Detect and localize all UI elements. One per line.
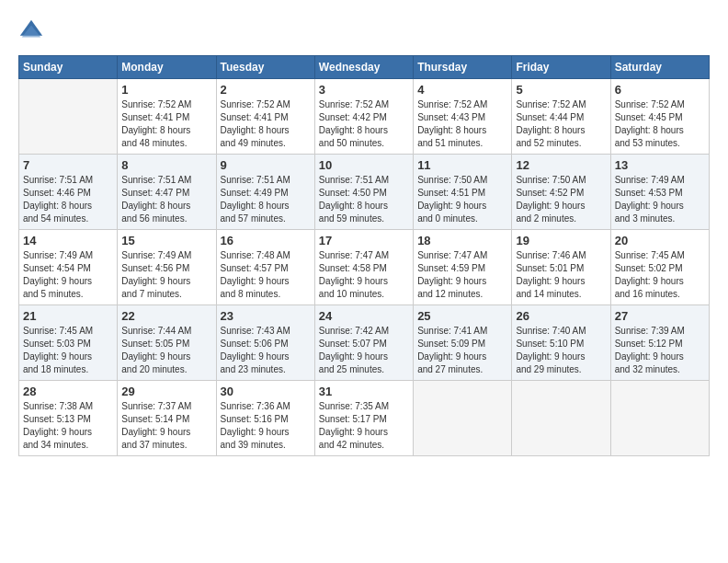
day-number: 9 <box>221 158 311 172</box>
day-info: Sunrise: 7:52 AM Sunset: 4:42 PM Dayligh… <box>319 98 409 150</box>
day-info: Sunrise: 7:45 AM Sunset: 5:03 PM Dayligh… <box>23 325 113 376</box>
day-number: 10 <box>319 158 409 172</box>
day-info: Sunrise: 7:50 AM Sunset: 4:51 PM Dayligh… <box>417 174 507 225</box>
day-cell: 6Sunrise: 7:52 AM Sunset: 4:45 PM Daylig… <box>610 79 709 155</box>
day-info: Sunrise: 7:51 AM Sunset: 4:46 PM Dayligh… <box>23 174 113 225</box>
calendar-table: SundayMondayTuesdayWednesdayThursdayFrid… <box>18 55 710 456</box>
day-info: Sunrise: 7:38 AM Sunset: 5:13 PM Dayligh… <box>23 400 113 452</box>
day-number: 24 <box>319 309 409 323</box>
day-info: Sunrise: 7:49 AM Sunset: 4:56 PM Dayligh… <box>121 249 211 301</box>
day-number: 18 <box>417 234 507 247</box>
day-number: 13 <box>615 158 705 172</box>
week-row-3: 14Sunrise: 7:49 AM Sunset: 4:54 PM Dayli… <box>19 230 710 305</box>
header-row: SundayMondayTuesdayWednesdayThursdayFrid… <box>19 56 710 79</box>
day-info: Sunrise: 7:35 AM Sunset: 5:17 PM Dayligh… <box>319 400 409 452</box>
col-header-sunday: Sunday <box>19 56 118 79</box>
day-cell: 10Sunrise: 7:51 AM Sunset: 4:50 PM Dayli… <box>314 155 413 230</box>
day-info: Sunrise: 7:43 AM Sunset: 5:06 PM Dayligh… <box>221 325 311 376</box>
day-cell: 11Sunrise: 7:50 AM Sunset: 4:51 PM Dayli… <box>414 155 512 230</box>
day-number: 4 <box>417 83 507 97</box>
col-header-monday: Monday <box>118 56 216 79</box>
day-number: 22 <box>121 309 211 323</box>
header <box>18 18 710 44</box>
page: SundayMondayTuesdayWednesdayThursdayFrid… <box>0 0 728 563</box>
day-number: 31 <box>319 385 409 398</box>
day-info: Sunrise: 7:52 AM Sunset: 4:41 PM Dayligh… <box>221 98 311 150</box>
day-cell <box>512 381 610 456</box>
day-info: Sunrise: 7:49 AM Sunset: 4:53 PM Dayligh… <box>615 174 705 225</box>
day-number: 1 <box>121 83 211 97</box>
day-cell: 29Sunrise: 7:37 AM Sunset: 5:14 PM Dayli… <box>118 381 216 456</box>
day-number: 2 <box>221 83 311 97</box>
day-cell <box>414 381 512 456</box>
day-number: 6 <box>615 83 705 97</box>
day-cell: 28Sunrise: 7:38 AM Sunset: 5:13 PM Dayli… <box>19 381 118 456</box>
day-cell: 20Sunrise: 7:45 AM Sunset: 5:02 PM Dayli… <box>610 230 709 305</box>
day-number: 21 <box>23 309 113 323</box>
day-cell: 31Sunrise: 7:35 AM Sunset: 5:17 PM Dayli… <box>314 381 413 456</box>
day-info: Sunrise: 7:52 AM Sunset: 4:45 PM Dayligh… <box>615 98 705 150</box>
day-info: Sunrise: 7:39 AM Sunset: 5:12 PM Dayligh… <box>615 325 705 376</box>
day-number: 14 <box>23 234 113 247</box>
day-number: 11 <box>417 158 507 172</box>
day-cell: 27Sunrise: 7:39 AM Sunset: 5:12 PM Dayli… <box>610 305 709 381</box>
day-info: Sunrise: 7:42 AM Sunset: 5:07 PM Dayligh… <box>319 325 409 376</box>
day-info: Sunrise: 7:49 AM Sunset: 4:54 PM Dayligh… <box>23 249 113 301</box>
day-cell: 5Sunrise: 7:52 AM Sunset: 4:44 PM Daylig… <box>512 79 610 155</box>
day-cell <box>19 79 118 155</box>
day-number: 29 <box>121 385 211 398</box>
day-cell: 16Sunrise: 7:48 AM Sunset: 4:57 PM Dayli… <box>216 230 314 305</box>
col-header-saturday: Saturday <box>610 56 709 79</box>
day-number: 7 <box>23 158 113 172</box>
col-header-tuesday: Tuesday <box>216 56 314 79</box>
day-cell: 25Sunrise: 7:41 AM Sunset: 5:09 PM Dayli… <box>414 305 512 381</box>
day-cell: 19Sunrise: 7:46 AM Sunset: 5:01 PM Dayli… <box>512 230 610 305</box>
day-number: 28 <box>23 385 113 398</box>
day-info: Sunrise: 7:46 AM Sunset: 5:01 PM Dayligh… <box>516 249 606 301</box>
day-info: Sunrise: 7:48 AM Sunset: 4:57 PM Dayligh… <box>221 249 311 301</box>
day-info: Sunrise: 7:36 AM Sunset: 5:16 PM Dayligh… <box>221 400 311 452</box>
day-cell <box>610 381 709 456</box>
day-cell: 7Sunrise: 7:51 AM Sunset: 4:46 PM Daylig… <box>19 155 118 230</box>
day-number: 16 <box>221 234 311 247</box>
day-info: Sunrise: 7:51 AM Sunset: 4:50 PM Dayligh… <box>319 174 409 225</box>
day-cell: 1Sunrise: 7:52 AM Sunset: 4:41 PM Daylig… <box>118 79 216 155</box>
day-number: 8 <box>121 158 211 172</box>
week-row-2: 7Sunrise: 7:51 AM Sunset: 4:46 PM Daylig… <box>19 155 710 230</box>
day-cell: 23Sunrise: 7:43 AM Sunset: 5:06 PM Dayli… <box>216 305 314 381</box>
week-row-5: 28Sunrise: 7:38 AM Sunset: 5:13 PM Dayli… <box>19 381 710 456</box>
week-row-1: 1Sunrise: 7:52 AM Sunset: 4:41 PM Daylig… <box>19 79 710 155</box>
day-info: Sunrise: 7:52 AM Sunset: 4:44 PM Dayligh… <box>516 98 606 150</box>
day-number: 30 <box>221 385 311 398</box>
col-header-friday: Friday <box>512 56 610 79</box>
day-info: Sunrise: 7:50 AM Sunset: 4:52 PM Dayligh… <box>516 174 606 225</box>
day-info: Sunrise: 7:47 AM Sunset: 4:59 PM Dayligh… <box>417 249 507 301</box>
day-cell: 12Sunrise: 7:50 AM Sunset: 4:52 PM Dayli… <box>512 155 610 230</box>
day-cell: 26Sunrise: 7:40 AM Sunset: 5:10 PM Dayli… <box>512 305 610 381</box>
day-info: Sunrise: 7:40 AM Sunset: 5:10 PM Dayligh… <box>516 325 606 376</box>
day-cell: 3Sunrise: 7:52 AM Sunset: 4:42 PM Daylig… <box>314 79 413 155</box>
day-number: 19 <box>516 234 606 247</box>
day-cell: 21Sunrise: 7:45 AM Sunset: 5:03 PM Dayli… <box>19 305 118 381</box>
day-number: 5 <box>516 83 606 97</box>
day-cell: 30Sunrise: 7:36 AM Sunset: 5:16 PM Dayli… <box>216 381 314 456</box>
day-number: 25 <box>417 309 507 323</box>
day-cell: 9Sunrise: 7:51 AM Sunset: 4:49 PM Daylig… <box>216 155 314 230</box>
day-cell: 18Sunrise: 7:47 AM Sunset: 4:59 PM Dayli… <box>414 230 512 305</box>
day-cell: 8Sunrise: 7:51 AM Sunset: 4:47 PM Daylig… <box>118 155 216 230</box>
col-header-wednesday: Wednesday <box>314 56 413 79</box>
day-number: 12 <box>516 158 606 172</box>
day-cell: 14Sunrise: 7:49 AM Sunset: 4:54 PM Dayli… <box>19 230 118 305</box>
day-info: Sunrise: 7:51 AM Sunset: 4:49 PM Dayligh… <box>221 174 311 225</box>
logo-icon <box>18 18 44 44</box>
day-info: Sunrise: 7:51 AM Sunset: 4:47 PM Dayligh… <box>121 174 211 225</box>
day-info: Sunrise: 7:37 AM Sunset: 5:14 PM Dayligh… <box>121 400 211 452</box>
day-info: Sunrise: 7:47 AM Sunset: 4:58 PM Dayligh… <box>319 249 409 301</box>
day-info: Sunrise: 7:44 AM Sunset: 5:05 PM Dayligh… <box>121 325 211 376</box>
day-info: Sunrise: 7:52 AM Sunset: 4:41 PM Dayligh… <box>121 98 211 150</box>
day-number: 26 <box>516 309 606 323</box>
day-info: Sunrise: 7:45 AM Sunset: 5:02 PM Dayligh… <box>615 249 705 301</box>
day-cell: 13Sunrise: 7:49 AM Sunset: 4:53 PM Dayli… <box>610 155 709 230</box>
day-cell: 22Sunrise: 7:44 AM Sunset: 5:05 PM Dayli… <box>118 305 216 381</box>
day-number: 3 <box>319 83 409 97</box>
